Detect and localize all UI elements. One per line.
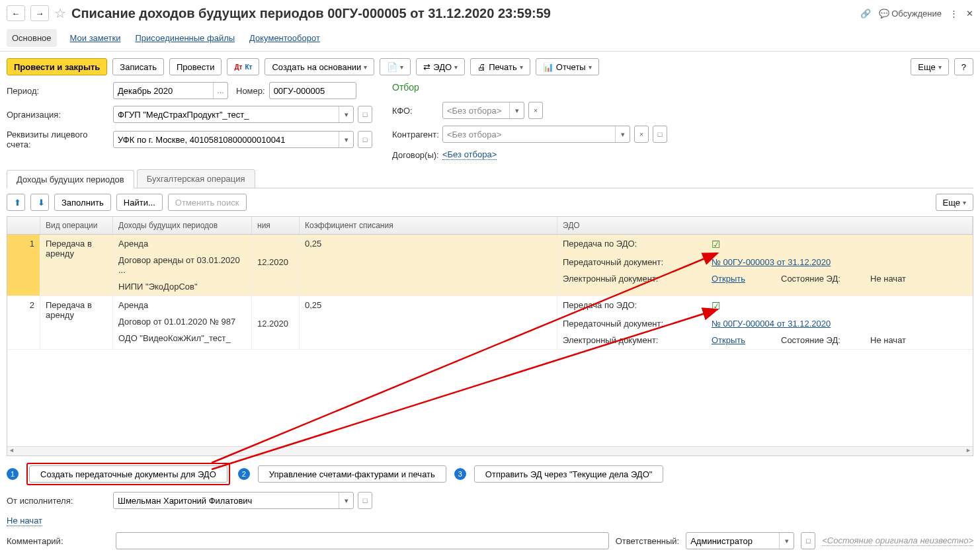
account-label: Реквизиты лицевого счета: — [7, 130, 109, 149]
org-drop-icon[interactable]: ▾ — [339, 106, 353, 122]
edo-open-link[interactable]: Открыть — [712, 335, 781, 345]
exec-drop-icon[interactable]: ▾ — [339, 493, 353, 508]
org-open-icon[interactable]: □ — [358, 106, 372, 123]
col-coef: Коэффициент списания — [300, 217, 557, 234]
number-input[interactable] — [270, 83, 356, 99]
step-badge-2: 2 — [238, 468, 250, 480]
debit-credit-button[interactable]: ДтКт — [227, 58, 259, 75]
contr-open-icon[interactable]: □ — [653, 126, 667, 143]
print-button[interactable]: 🖨 Печать — [470, 58, 530, 75]
forward-button[interactable]: → — [30, 5, 49, 21]
contr-drop-icon[interactable]: ▾ — [615, 126, 630, 142]
create-docs-button[interactable]: Создать передаточные документы для ЭДО — [29, 465, 227, 483]
more-button[interactable]: Еще — [911, 58, 948, 75]
kfo-drop-icon[interactable]: ▾ — [509, 102, 524, 118]
tab-files[interactable]: Присоединенные файлы — [134, 29, 237, 47]
table-more-button[interactable]: Еще — [936, 194, 973, 211]
col-op: Вид операции — [40, 217, 113, 234]
account-input[interactable] — [114, 132, 339, 147]
cancel-find-button[interactable]: Отменить поиск — [168, 194, 247, 211]
send-ed-button[interactable]: Отправить ЭД через "Текущие дела ЭДО" — [474, 465, 664, 483]
table-row[interactable]: 2 Передача в аренду Аренда Договор от 01… — [7, 296, 973, 350]
horizontal-scrollbar[interactable] — [7, 446, 973, 455]
resp-open-icon[interactable]: □ — [801, 532, 815, 549]
col-rep: ния — [252, 217, 300, 234]
edo-doc-link[interactable]: № 00ГУ-000003 от 31.12.2020 — [712, 257, 831, 267]
step-badge-3: 3 — [454, 468, 466, 480]
main-toolbar: Провести и закрыть Записать Провести ДтК… — [0, 52, 980, 82]
tab-income[interactable]: Доходы будущих периодов — [7, 170, 134, 188]
kfo-clear-icon[interactable]: × — [528, 102, 543, 119]
contr-input[interactable] — [443, 126, 615, 142]
post-close-button[interactable]: Провести и закрыть — [7, 58, 107, 75]
period-picker-icon[interactable]: … — [213, 83, 227, 99]
contract-link[interactable]: <Без отбора> — [442, 149, 497, 160]
move-up-button[interactable]: ⬆ — [7, 194, 25, 211]
exec-open-icon[interactable]: □ — [358, 492, 372, 509]
account-open-icon[interactable]: □ — [358, 131, 372, 148]
exec-input[interactable] — [114, 493, 339, 508]
resp-label: Ответственный: — [616, 536, 679, 546]
nav-tabs: Основное Мои заметки Присоединенные файл… — [0, 25, 980, 52]
menu-icon[interactable]: ⋮ — [950, 9, 958, 19]
period-label: Период: — [7, 86, 109, 96]
kfo-label: КФО: — [392, 106, 438, 116]
docs-icon-button[interactable]: 📄 — [380, 58, 411, 75]
contract-label: Договор(ы): — [392, 150, 438, 160]
resp-input[interactable] — [686, 533, 779, 549]
help-button[interactable]: ? — [954, 58, 973, 75]
income-table: Вид операции Доходы будущих периодов ния… — [7, 216, 973, 456]
edo-doc-link[interactable]: № 00ГУ-000004 от 31.12.2020 — [712, 319, 831, 329]
create-based-button[interactable]: Создать на основании — [265, 58, 374, 75]
tab-notes[interactable]: Мои заметки — [69, 29, 122, 47]
edo-button[interactable]: ⇄ ЭДО — [416, 58, 465, 75]
reports-button[interactable]: 📊 Отчеты — [536, 58, 599, 75]
orig-state-link[interactable]: <Состояние оригинала неизвестно> — [822, 535, 973, 546]
page-title: Списание доходов будущих периодов 00ГУ-0… — [71, 6, 855, 21]
checkbox-icon[interactable]: ☑ — [712, 239, 720, 251]
manage-invoices-button[interactable]: Управление счетами-фактурами и печать — [258, 465, 446, 483]
period-input[interactable] — [114, 83, 213, 99]
favorite-icon[interactable]: ☆ — [54, 5, 66, 21]
not-started-link[interactable]: Не начат — [7, 516, 42, 526]
back-button[interactable]: ← — [7, 5, 25, 21]
resp-drop-icon[interactable]: ▾ — [779, 533, 794, 549]
post-button[interactable]: Провести — [169, 58, 222, 75]
discuss-button[interactable]: 💬 Обсуждение — [879, 9, 942, 19]
contr-clear-icon[interactable]: × — [634, 126, 649, 143]
link-icon[interactable]: 🔗 — [860, 9, 871, 19]
find-button[interactable]: Найти... — [116, 194, 163, 211]
tab-main[interactable]: Основное — [7, 29, 57, 47]
org-input[interactable] — [114, 106, 339, 122]
comment-label: Комментарий: — [7, 536, 109, 546]
org-label: Организация: — [7, 110, 109, 120]
exec-label: От исполнителя: — [7, 496, 109, 506]
col-edo: ЭДО — [557, 217, 973, 234]
kfo-input[interactable] — [443, 102, 509, 118]
move-down-button[interactable]: ⬇ — [30, 194, 49, 211]
tab-accounting[interactable]: Бухгалтерская операция — [137, 169, 255, 188]
comment-input[interactable] — [116, 533, 608, 549]
edo-open-link[interactable]: Открыть — [712, 274, 781, 284]
title-bar: ← → ☆ Списание доходов будущих периодов … — [0, 0, 980, 21]
step-badge-1: 1 — [7, 468, 19, 480]
tab-flow[interactable]: Документооборот — [248, 29, 321, 47]
close-icon[interactable]: ✕ — [966, 9, 973, 19]
record-button[interactable]: Записать — [112, 58, 164, 75]
fill-button[interactable]: Заполнить — [54, 194, 111, 211]
filter-title: Отбор — [392, 82, 667, 93]
number-label: Номер: — [236, 86, 265, 96]
contr-label: Контрагент: — [392, 130, 438, 139]
checkbox-icon[interactable]: ☑ — [712, 300, 720, 312]
account-drop-icon[interactable]: ▾ — [339, 132, 353, 147]
col-income: Доходы будущих периодов — [113, 217, 252, 234]
table-row[interactable]: 1 Передача в аренду Аренда Договор аренд… — [7, 235, 973, 296]
